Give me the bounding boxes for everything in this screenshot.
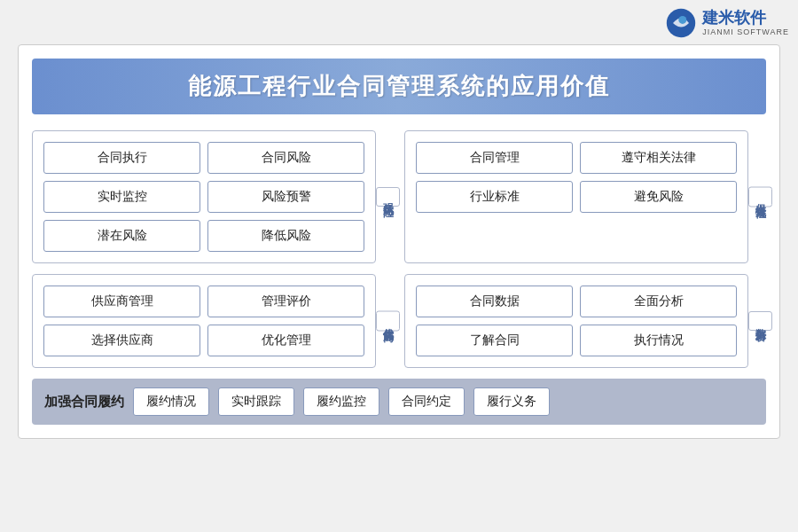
cell-item: 合同数据 bbox=[416, 286, 573, 317]
cell-item: 供应商管理 bbox=[43, 286, 200, 317]
cell-item: 执行情况 bbox=[580, 325, 737, 356]
risk-inner-grid: 合同执行 合同风险 实时监控 风险预警 潜在风险 降低风险 bbox=[43, 142, 364, 252]
page-title: 能源工程行业合同管理系统的应用价值 bbox=[188, 73, 610, 99]
cell-item: 合同执行 bbox=[43, 142, 200, 174]
cell-item: 了解合同 bbox=[416, 325, 573, 356]
cell-item: 选择供应商 bbox=[43, 325, 200, 356]
data-inner-grid: 合同数据 全面分析 了解合同 执行情况 bbox=[416, 286, 737, 356]
bottom-bar: 加强合同履约 履约情况 实时跟踪 履约监控 合同约定 履行义务 bbox=[32, 379, 766, 425]
side-label-risk: 强化风险 bbox=[376, 187, 400, 207]
svg-point-1 bbox=[679, 16, 687, 24]
bottom-bar-label: 加强合同履约 bbox=[44, 394, 124, 411]
bottom-cell-0: 履约情况 bbox=[133, 387, 209, 416]
title-bar: 能源工程行业合同管理系统的应用价值 bbox=[32, 59, 766, 114]
cell-item: 潜在风险 bbox=[43, 220, 200, 252]
bottom-cell-4: 履行义务 bbox=[473, 387, 550, 416]
cell-item: 实时监控 bbox=[43, 181, 200, 213]
side-label-data: 数据分析 bbox=[748, 311, 772, 331]
logo-main-text: 建米软件 bbox=[702, 9, 789, 28]
cell-item: 合同风险 bbox=[207, 142, 364, 174]
cell-item: 避免风险 bbox=[580, 181, 737, 213]
cell-item: 全面分析 bbox=[580, 286, 737, 317]
section-compliance: 合同管理 遵守相关法律 行业标准 避免风险 促进合规性 bbox=[404, 130, 748, 263]
section-risk: 合同执行 合同风险 实时监控 风险预警 潜在风险 降低风险 强化风险 bbox=[32, 130, 376, 263]
bottom-cell-2: 履约监控 bbox=[303, 387, 379, 416]
cell-item: 合同管理 bbox=[416, 142, 573, 174]
cell-item: 降低风险 bbox=[207, 220, 364, 252]
main-container: 能源工程行业合同管理系统的应用价值 合同执行 合同风险 实时监控 风险预警 潜在… bbox=[18, 44, 780, 439]
side-label-supply: 优化供应商 bbox=[376, 311, 400, 332]
section-data: 合同数据 全面分析 了解合同 执行情况 数据分析 bbox=[404, 274, 748, 368]
logo-icon bbox=[665, 7, 697, 39]
logo-area: 建米软件 JIANMI SOFTWARE bbox=[665, 7, 789, 39]
supply-inner-grid: 供应商管理 管理评价 选择供应商 优化管理 bbox=[43, 286, 364, 356]
logo-text: 建米软件 JIANMI SOFTWARE bbox=[702, 9, 789, 37]
compliance-inner-grid: 合同管理 遵守相关法律 行业标准 避免风险 bbox=[416, 142, 737, 213]
cell-item: 遵守相关法律 bbox=[580, 142, 737, 174]
bottom-cell-1: 实时跟踪 bbox=[218, 387, 294, 416]
bottom-cell-3: 合同约定 bbox=[388, 387, 465, 416]
cell-item: 管理评价 bbox=[207, 286, 364, 317]
cell-item: 优化管理 bbox=[207, 325, 364, 356]
cell-item: 行业标准 bbox=[416, 181, 573, 213]
logo-sub-text: JIANMI SOFTWARE bbox=[702, 27, 789, 37]
cell-item: 风险预警 bbox=[207, 181, 364, 213]
side-label-compliance: 促进合规性 bbox=[748, 187, 772, 207]
section-supply: 供应商管理 管理评价 选择供应商 优化管理 优化供应商 bbox=[32, 274, 376, 368]
grid-container: 合同执行 合同风险 实时监控 风险预警 潜在风险 降低风险 强化风险 合同管理 … bbox=[32, 130, 766, 368]
